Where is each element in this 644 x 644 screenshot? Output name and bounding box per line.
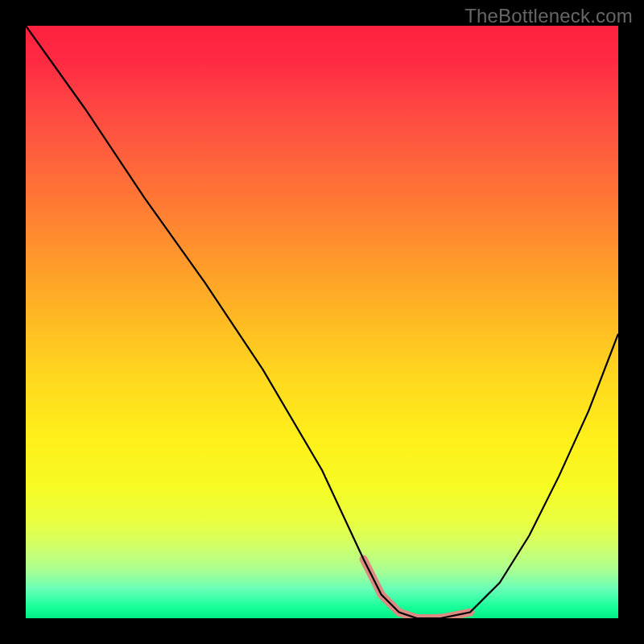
flat-segment: [364, 559, 471, 618]
plot-area: [26, 26, 618, 618]
main-curve: [26, 26, 618, 618]
watermark-text: TheBottleneck.com: [464, 5, 633, 27]
chart-wrapper: TheBottleneck.com: [0, 0, 644, 644]
curve-layer: [26, 26, 618, 618]
